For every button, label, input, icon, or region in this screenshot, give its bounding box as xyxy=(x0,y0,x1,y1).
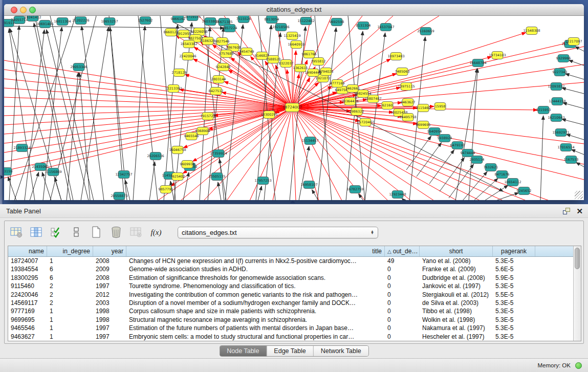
graph-node-label: 7485063 xyxy=(395,70,410,74)
table-row[interactable]: 946362711997Embryonic stem cells: a mode… xyxy=(8,333,573,341)
tab-edge-table[interactable]: Edge Table xyxy=(267,346,313,356)
citation-network-graph[interactable]: 1691911724055714192414123069140616811304… xyxy=(4,16,584,200)
window-resize-grip[interactable] xyxy=(575,191,583,199)
graph-node-label: 10973493 xyxy=(387,54,404,58)
cell-out_degree: 0 xyxy=(385,316,420,324)
cell-short: Jankovic et al. (1997) xyxy=(420,282,493,290)
graph-node-label: 10654112 xyxy=(504,180,521,184)
minimize-window-button[interactable] xyxy=(20,7,27,13)
cell-out_degree: 0 xyxy=(385,282,420,290)
zoom-window-button[interactable] xyxy=(29,7,36,13)
cell-title: Estimation of the future numbers of pati… xyxy=(126,324,385,332)
column-header-short[interactable]: short xyxy=(420,246,493,256)
cell-pagerank: 5.3E-5 xyxy=(493,324,535,332)
column-header-in_degree[interactable]: in_degree xyxy=(47,246,93,256)
cell-pagerank: 5.3E-5 xyxy=(493,299,535,307)
function-builder-icon[interactable]: f(x) xyxy=(149,226,163,239)
table-options-icon[interactable] xyxy=(10,226,23,239)
cell-short: Franke et al. (2009) xyxy=(420,265,493,273)
graph-node-label: 16811304 xyxy=(54,19,71,24)
cell-name: 18724007 xyxy=(8,257,47,265)
table-tabs: Node TableEdge TableNetwork Table xyxy=(219,345,368,357)
new-column-icon[interactable] xyxy=(90,226,103,239)
graph-node-label: 8813054 xyxy=(265,17,279,21)
citation-edge-black xyxy=(133,26,145,200)
graph-node-label: 62160 xyxy=(382,103,393,107)
citation-edge-red xyxy=(180,90,292,107)
citation-edge-red xyxy=(292,107,480,200)
graph-node-label: 8131304 xyxy=(356,24,371,28)
select-columns-icon[interactable] xyxy=(50,226,63,239)
graph-node-label: 9245652 xyxy=(517,189,532,193)
table-scrollbar-thumb[interactable] xyxy=(575,248,580,269)
citation-edge-black xyxy=(138,16,158,200)
cell-year: 2008 xyxy=(93,274,126,282)
table-row[interactable]: 969969511998Structural magnetic resonanc… xyxy=(8,316,573,324)
window-titlebar[interactable]: citations_edges.txt xyxy=(4,4,584,16)
graph-node-label: 11325419 xyxy=(284,34,300,38)
cell-name: 14569117 xyxy=(8,299,47,307)
cell-short: Tibbo et al. (1998) xyxy=(420,307,493,315)
column-header-pagerank[interactable]: pagerank xyxy=(493,246,535,256)
graph-node-label: 2935114 xyxy=(470,158,485,162)
citation-edge-black xyxy=(463,171,487,200)
table-row[interactable]: 946554611997Estimation of the future num… xyxy=(8,324,573,332)
cell-year: 1998 xyxy=(93,307,126,315)
column-header-out_degree[interactable]: △out_de… xyxy=(385,246,420,256)
row-height-icon[interactable] xyxy=(70,226,83,239)
table-row[interactable]: 1456911722003Disruption of a novel membe… xyxy=(8,299,573,307)
delete-columns-icon[interactable] xyxy=(110,226,123,239)
cell-in_degree: 1 xyxy=(47,333,93,341)
table-row[interactable]: 1830029562008Estimation of significance … xyxy=(8,274,573,282)
network-view-window: citations_edges.txt 16919117240557141924… xyxy=(4,4,584,200)
cell-in_degree: 2 xyxy=(47,299,93,307)
split-pane-handle[interactable] xyxy=(290,201,295,203)
table-row[interactable]: 2242004622012Investigating the contribut… xyxy=(8,291,573,299)
graph-node-label: 21893324 xyxy=(13,146,30,150)
graph-node-label: 7515526 xyxy=(236,17,251,21)
graph-node-label: 9609934 xyxy=(180,162,195,166)
float-panel-icon[interactable] xyxy=(563,208,570,214)
table-row[interactable]: 1938455462009Genome-wide association stu… xyxy=(8,265,573,273)
delete-table-icon xyxy=(129,226,143,239)
citation-edge-black xyxy=(469,69,477,200)
table-scrollbar[interactable] xyxy=(573,246,581,341)
graph-node-label: 7857224 xyxy=(223,26,237,30)
cell-name: 9699695 xyxy=(8,316,47,324)
cell-name: 22420046 xyxy=(8,291,47,299)
graph-node-label: 8912955 xyxy=(177,32,191,36)
graph-node-label: 17016514 xyxy=(557,145,574,149)
cell-pagerank: 5.3E-5 xyxy=(493,307,535,315)
graph-node-label: 2803144 xyxy=(211,77,226,81)
table-row[interactable]: 1872400712008Changes of HCN gene express… xyxy=(8,257,573,265)
graph-node-label: 7986322 xyxy=(350,110,364,114)
graph-node-label: 19904448 xyxy=(304,71,321,75)
citation-edge-black xyxy=(540,116,543,200)
table-row[interactable]: 977716911998Corpus callosum shape and si… xyxy=(8,307,573,315)
column-header-year[interactable]: year xyxy=(93,246,126,256)
graph-node-label: 10719155 xyxy=(184,16,201,19)
status-bar: Memory: OK xyxy=(0,358,588,372)
table-selector-dropdown[interactable]: citations_edges.txt ▲▼ xyxy=(178,227,378,238)
column-header-name[interactable]: name xyxy=(8,246,47,256)
graph-node-label: 11548308 xyxy=(523,29,540,33)
show-columns-icon[interactable] xyxy=(30,226,43,239)
close-panel-icon[interactable]: ✕ xyxy=(576,208,583,215)
graph-node-label: 20364436 xyxy=(341,99,358,103)
close-window-button[interactable] xyxy=(11,7,17,13)
cell-short: Stergiakouli et al. (2012) xyxy=(420,291,493,299)
network-canvas[interactable]: 1691911724055714192414123069140616811304… xyxy=(4,16,584,200)
cell-out_degree: 0 xyxy=(385,299,420,307)
cell-title: Genome-wide association studies in ADHD. xyxy=(126,265,385,273)
tab-network-table[interactable]: Network Table xyxy=(314,346,368,356)
cell-short: Wolkin et al. (1998) xyxy=(420,316,493,324)
cell-in_degree: 1 xyxy=(47,307,93,315)
graph-node-label: 8757685 xyxy=(219,52,234,56)
cell-short: Nakamura et al. (1997) xyxy=(420,324,493,332)
tab-node-table[interactable]: Node Table xyxy=(220,346,267,356)
table-row[interactable]: 911546021997Tourette syndrome. Phenomeno… xyxy=(8,282,573,290)
column-header-title[interactable]: title xyxy=(126,246,385,256)
citation-edge-black xyxy=(571,149,584,155)
graph-node-label: 13505135 xyxy=(208,174,225,179)
table-body: 1872400712008Changes of HCN gene express… xyxy=(8,257,573,341)
